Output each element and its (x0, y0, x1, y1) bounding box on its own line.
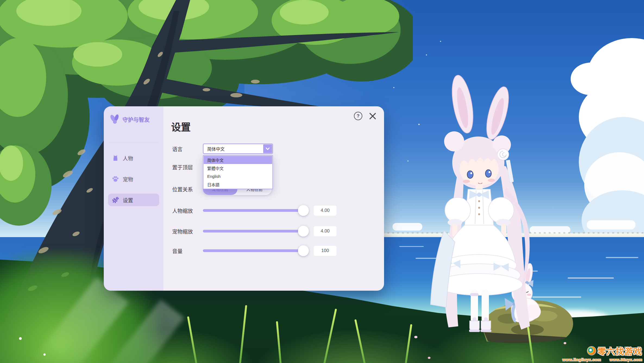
language-dropdown-list: 简体中文 繁體中文 English 日本語 (203, 155, 273, 189)
dropdown-option-english[interactable]: English (204, 172, 272, 180)
settings-panel: ? 设置 语言 简体中文 (164, 106, 384, 291)
wave (568, 277, 614, 279)
dropdown-option-japanese[interactable]: 日本語 (204, 180, 272, 188)
sidebar-item-label: 人物 (123, 154, 133, 162)
slider-track[interactable] (203, 230, 308, 232)
watermark-title: 零六找游戏 (598, 345, 642, 357)
sidebar-item-label: 宠物 (123, 175, 133, 183)
watermark-url-right: www.06zyx.com (610, 357, 642, 362)
character-icon (112, 154, 119, 162)
wave (606, 257, 638, 258)
settings-icon (112, 196, 119, 203)
slider-handle[interactable] (298, 226, 309, 237)
sidebar-item-character[interactable]: 人物 (108, 152, 159, 164)
pet-scale-slider (203, 226, 308, 237)
close-icon[interactable] (369, 112, 376, 120)
character-scale-row: 人物缩放 4.00 (172, 205, 337, 216)
slider-handle[interactable] (298, 245, 309, 256)
character-scale-label: 人物缩放 (172, 207, 203, 214)
sidebar-item-pet[interactable]: 宠物 (108, 173, 159, 185)
pet-icon (112, 175, 119, 182)
watermark-urls: www.lingliuyx.com www.06zyx.com (562, 357, 642, 362)
help-glyph: ? (357, 113, 359, 119)
language-row: 语言 简体中文 (172, 144, 273, 154)
volume-value[interactable]: 100 (314, 246, 337, 256)
app-brand: 守护与智友 (108, 113, 159, 125)
watermark-logo-icon (588, 347, 596, 355)
sparkle (440, 41, 441, 42)
position-label: 位置关系 (172, 185, 203, 193)
volume-slider (203, 245, 308, 256)
desktop-wallpaper-scene: 零六找游戏 www.lingliuyx.com www.06zyx.com 守护… (0, 0, 644, 363)
cloud (587, 220, 636, 229)
dropdown-option-simplified-chinese[interactable]: 简体中文 (204, 156, 272, 164)
watermark-url-left: www.lingliuyx.com (562, 357, 601, 362)
flower (414, 336, 417, 338)
slider-track[interactable] (203, 209, 308, 212)
pet-scale-label: 宠物缩放 (172, 228, 203, 235)
settings-dialog: 守护与智友 人物 宠物 (104, 106, 384, 291)
help-icon[interactable]: ? (354, 112, 362, 120)
language-label: 语言 (172, 145, 203, 153)
page-title: 设置 (171, 119, 191, 134)
bunny-ears-icon (109, 114, 120, 124)
language-select-value: 简体中文 (207, 145, 225, 152)
cloud (571, 63, 611, 95)
character-illustration (420, 73, 534, 334)
sidebar-item-label: 设置 (123, 196, 133, 204)
pet-scale-value[interactable]: 4.00 (314, 226, 337, 236)
sidebar: 守护与智友 人物 宠物 (104, 106, 164, 291)
pet-scale-row: 宠物缩放 4.00 (172, 226, 337, 237)
flower (428, 357, 431, 359)
always-on-top-label: 置于顶层 (172, 163, 203, 171)
sidebar-item-settings[interactable]: 设置 (108, 194, 159, 206)
flower (19, 337, 22, 340)
slider-track[interactable] (203, 249, 308, 252)
character-scale-slider (203, 205, 308, 216)
watermark: 零六找游戏 www.lingliuyx.com www.06zyx.com (562, 345, 642, 362)
always-on-top-row: 置于顶层 (172, 163, 203, 171)
app-title: 守护与智友 (122, 116, 150, 123)
language-select[interactable]: 简体中文 (203, 144, 273, 154)
volume-label: 音量 (172, 247, 203, 255)
chevron-down-icon[interactable] (263, 144, 272, 153)
dropdown-option-traditional-chinese[interactable]: 繁體中文 (204, 164, 272, 172)
character-scale-value[interactable]: 4.00 (314, 206, 337, 216)
flower (564, 342, 566, 344)
volume-row: 音量 100 (172, 245, 337, 256)
sparkle (426, 54, 427, 55)
sidebar-divider (109, 142, 159, 142)
slider-handle[interactable] (298, 205, 309, 216)
flower (43, 353, 46, 356)
